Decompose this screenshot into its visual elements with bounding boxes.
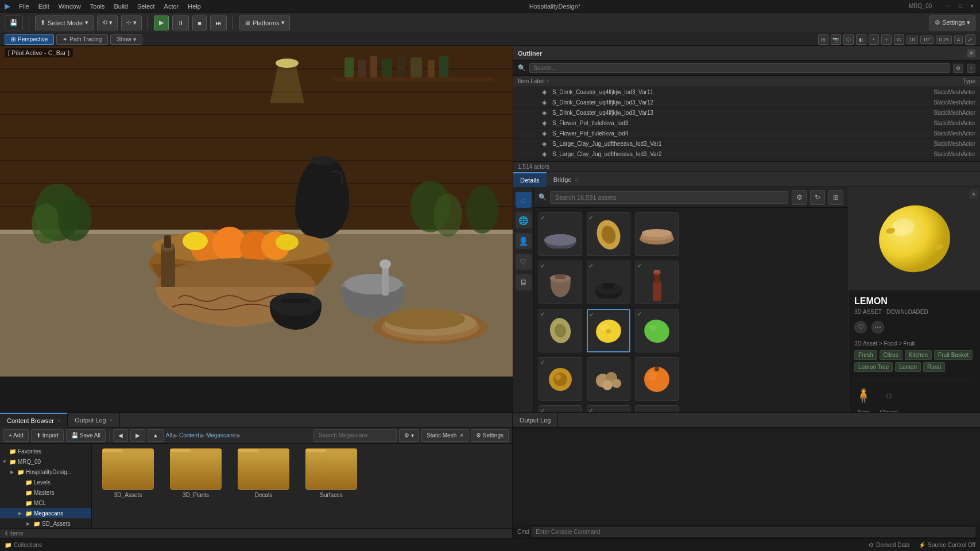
stop-button[interactable]: ■ [192, 15, 207, 30]
snap-button[interactable]: ⊹ ▾ [121, 15, 142, 30]
outliner-item[interactable]: ◈S_Drink_Coaster_uq4lfjkjw_lod3_Var13Sta… [513, 108, 980, 118]
asset-cork[interactable] [635, 212, 679, 256]
outliner-settings-button[interactable]: ⚙ [953, 64, 963, 73]
skip-button[interactable]: ⏭ [210, 15, 227, 30]
transform-button[interactable]: ⟲ ▾ [97, 15, 118, 30]
tag-item[interactable]: Lemon [895, 362, 921, 372]
asset-lemon-selected[interactable]: ✓ [587, 309, 630, 352]
menu-select[interactable]: Select [137, 3, 155, 10]
bridge-tab-close-icon[interactable]: × [575, 177, 578, 183]
bridge-grid-view-button[interactable]: ⊞ [828, 190, 843, 205]
bridge-nav-monitor[interactable]: 🖥 [516, 274, 532, 290]
more-options-button[interactable]: ⋯ [871, 321, 884, 333]
asset-lemon-small[interactable]: ✓ [539, 309, 582, 352]
menu-edit[interactable]: Edit [38, 3, 49, 10]
asset-pot[interactable]: ✓ [539, 261, 582, 304]
tree-item[interactable]: ▶📁SD_Assets [0, 518, 91, 528]
viewport-ctrl-g[interactable]: G [894, 34, 904, 45]
tag-item[interactable]: Lemon Tree [854, 362, 893, 372]
play-button[interactable]: ▶ [154, 15, 169, 30]
tag-item[interactable]: Citrus [880, 350, 902, 360]
platforms-button[interactable]: 🖥 Platforms ▾ [239, 15, 290, 30]
asset-orange2[interactable] [635, 357, 679, 401]
tree-item[interactable]: ▶📁HospitalityDesig... [0, 467, 91, 477]
select-mode-button[interactable]: ⬆ Select Mode ▾ [35, 15, 94, 30]
viewport-ctrl-wire[interactable]: ⬡ [843, 34, 854, 45]
bridge-search-input[interactable] [550, 191, 788, 204]
asset-black-pot[interactable]: ✓ [587, 261, 630, 304]
bridge-nav-user[interactable]: 👤 [516, 233, 532, 249]
viewport-ctrl-camera[interactable]: 📷 [831, 34, 841, 45]
outliner-item[interactable]: ◈S_Large_Clay_Jug_udftheeava_lod3_Var2St… [513, 149, 980, 160]
cb-static-mesh-filter[interactable]: Static Mesh × [421, 429, 468, 442]
content-browser-tab-close-icon[interactable]: × [57, 418, 60, 424]
close-button[interactable]: × [969, 3, 975, 10]
cb-view-back[interactable]: ◀ [113, 429, 128, 442]
cb-path-megascans[interactable]: Megascans [206, 432, 235, 439]
asset-spice[interactable]: ✓ [539, 357, 582, 401]
bridge-detail-close-button[interactable]: × [969, 189, 978, 199]
cb-settings-button[interactable]: ⚙ Settings [471, 429, 509, 442]
menu-file[interactable]: File [19, 3, 29, 10]
cb-add-button[interactable]: + Add [3, 429, 29, 442]
menu-window[interactable]: Window [59, 3, 81, 10]
viewport[interactable]: [ Pilot Active - C_Bar ] [0, 46, 513, 377]
asset-lime[interactable]: ✓ [635, 309, 679, 352]
asset-bottle[interactable]: ✓ [635, 261, 679, 304]
cb-folder[interactable]: Surfaces [300, 448, 363, 498]
tab-bridge[interactable]: Bridge × [547, 172, 585, 187]
cb-path-all[interactable]: All [166, 432, 172, 439]
menu-tools[interactable]: Tools [90, 3, 105, 10]
outliner-item[interactable]: ◈S_Flower_Pot_tlulehkva_lod3StaticMeshAc… [513, 118, 980, 129]
cb-path-content[interactable]: Content [179, 432, 199, 439]
cb-search-input[interactable] [313, 429, 397, 442]
menu-build[interactable]: Build [114, 3, 128, 10]
bridge-nav-home[interactable]: ⌂ [516, 192, 532, 208]
settings-button[interactable]: ⚙ Settings ▾ [929, 15, 975, 30]
bridge-nav-heart[interactable]: ♡ [516, 254, 532, 270]
tree-item[interactable]: 📁Levels [0, 477, 91, 487]
pause-button[interactable]: ⏸ [172, 15, 189, 30]
cb-import-button[interactable]: ⬆ Import [31, 429, 64, 442]
tab-perspective[interactable]: ⊞ Perspective [5, 34, 54, 45]
asset-nuts2[interactable] [587, 357, 630, 401]
tag-item[interactable]: Kitchen [905, 350, 932, 360]
outliner-item[interactable]: ◈S_Drink_Coaster_uq4lfjkjw_lod3_Var11Sta… [513, 87, 980, 98]
cb-filter-button[interactable]: ⚙ ▾ [399, 429, 419, 442]
outliner-search-input[interactable] [529, 63, 950, 73]
tab-output-log-main[interactable]: Output Log × [68, 413, 120, 428]
filter-close-icon[interactable]: × [460, 432, 463, 439]
tab-details[interactable]: Details [513, 172, 547, 187]
tag-item[interactable]: Fresh [854, 350, 877, 360]
tree-item[interactable]: ▶📁Megascans [0, 508, 91, 518]
tree-item[interactable]: 📁Masters [0, 487, 91, 498]
tab-show[interactable]: Show ▾ [110, 34, 142, 45]
tab-content-browser[interactable]: Content Browser × [0, 413, 68, 428]
tag-item[interactable]: Rural [923, 362, 945, 372]
cb-view-fwd[interactable]: ▶ [130, 429, 145, 442]
cb-folder[interactable]: Decals [232, 448, 295, 498]
viewport-ctrl-snap[interactable]: ⊹ [881, 34, 892, 45]
bridge-refresh-button[interactable]: ↻ [810, 190, 825, 205]
cb-view-up[interactable]: ▲ [148, 429, 164, 442]
tag-item[interactable]: Fruit Basket [934, 350, 973, 360]
outliner-close-button[interactable]: × [967, 49, 975, 57]
menu-actor[interactable]: Actor [164, 3, 179, 10]
favorite-button[interactable]: ♡ [854, 321, 867, 333]
status-derived-data[interactable]: ⚙ Derived Data [869, 542, 909, 548]
asset-bowl[interactable]: ✓ [539, 212, 582, 256]
viewport-ctrl-lit[interactable]: ◐ [856, 34, 866, 45]
bridge-filter-button[interactable]: ⚙ [792, 190, 807, 205]
cb-save-button[interactable]: 💾 Save All [66, 429, 106, 442]
status-source-control[interactable]: ⚡ Source Control Off [919, 542, 975, 548]
outliner-add-button[interactable]: + [967, 64, 975, 73]
viewport-ctrl-grid[interactable]: ⊞ [818, 34, 828, 45]
tree-item[interactable]: 📁Favorites [0, 446, 91, 456]
cb-folder[interactable]: 3D_Assets [96, 448, 160, 498]
bridge-nav-globe[interactable]: 🌐 [516, 212, 532, 228]
cb-folder[interactable]: 3D_Plants [164, 448, 227, 498]
outliner-item[interactable]: ◈S_Drink_Coaster_uq4lfjkjw_lod3_Var12Sta… [513, 98, 980, 108]
save-button[interactable]: 💾 [5, 15, 23, 30]
tab-path-tracing[interactable]: ✦ Path Tracing [56, 34, 108, 45]
tree-item[interactable]: ▼📁MRQ_00 [0, 456, 91, 467]
